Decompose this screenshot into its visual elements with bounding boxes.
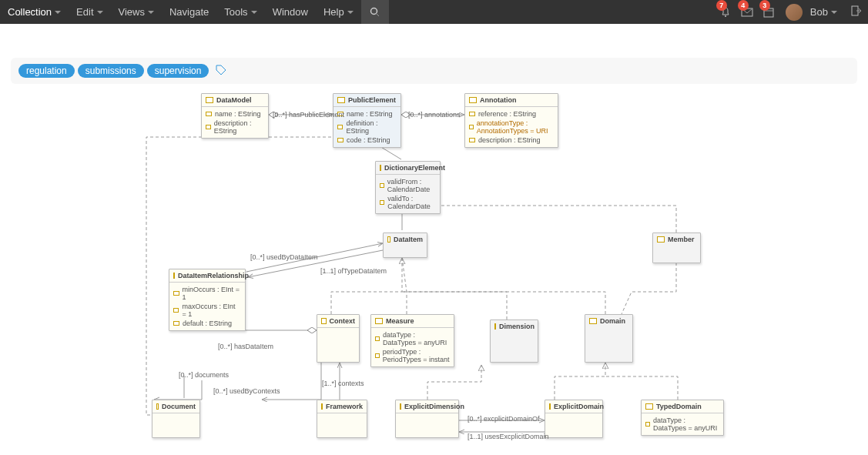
class-title: DictionaryElement <box>384 164 445 172</box>
class-icon <box>337 97 345 103</box>
attr: default : EString <box>183 320 232 327</box>
calendar-button[interactable]: 3 <box>758 0 779 24</box>
edge-usesExplicitDomain: [1..1] usesExcplicitDomain <box>468 433 549 440</box>
menu-edit[interactable]: Edit <box>69 0 110 24</box>
edge-contexts: [1..*] contexts <box>322 380 364 387</box>
class-Member[interactable]: Member <box>652 233 701 263</box>
chevron-down-icon <box>347 11 354 14</box>
attr: minOccurs : EInt = 1 <box>183 286 241 301</box>
menu-collection[interactable]: Collection <box>0 0 69 24</box>
class-Dimension[interactable]: Dimension <box>490 320 538 363</box>
class-Context[interactable]: Context <box>317 314 360 363</box>
tag-submissions[interactable]: submissions <box>78 64 144 78</box>
attr: periodType : PeriodTypes = instant <box>383 348 450 363</box>
chevron-down-icon <box>831 11 837 14</box>
attr: maxOccurs : EInt = 1 <box>182 303 241 318</box>
attr: code : EString <box>347 136 390 144</box>
class-icon <box>321 403 323 410</box>
class-icon <box>494 323 496 330</box>
attr: description : EString <box>478 136 541 144</box>
class-DataItem[interactable]: DataItem <box>383 233 427 258</box>
logout-icon <box>850 5 862 17</box>
attr: reference : EString <box>478 110 536 118</box>
search-button[interactable] <box>361 0 389 24</box>
diagram-canvas[interactable]: DataModel name : EString description : E… <box>0 84 868 455</box>
class-ExplicitDimension[interactable]: ExplicitDimension <box>395 400 459 438</box>
class-icon <box>657 236 665 243</box>
class-DictionaryElement[interactable]: DictionaryElement validFrom : CalendarDa… <box>375 161 441 214</box>
add-tag-button[interactable] <box>216 65 226 78</box>
class-title: Annotation <box>480 96 517 104</box>
class-Measure[interactable]: Measure dataType : DataTypes = anyURI pe… <box>370 314 454 367</box>
edge-hasPublicElement: [0..*] hasPublicElement <box>273 111 344 119</box>
class-title: Document <box>162 403 196 410</box>
class-title: DataModel <box>216 96 252 104</box>
edge-annotations: [0..*] annotations <box>408 111 461 119</box>
class-title: DataItemRelationship <box>178 272 249 279</box>
attr: dataType : DataTypes = anyURI <box>653 417 719 432</box>
class-DataItemRelationship[interactable]: DataItemRelationship minOccurs : EInt = … <box>169 269 246 331</box>
class-icon <box>375 318 383 324</box>
class-icon <box>387 236 390 243</box>
svg-point-0 <box>370 8 377 14</box>
class-TypedDomain[interactable]: TypedDomain dataType : DataTypes = anyUR… <box>641 400 724 436</box>
attr: name : EString <box>215 110 261 118</box>
class-title: Framework <box>326 403 363 410</box>
edge-hasDataItem: [0..*] hasDataItem <box>218 343 273 350</box>
class-title: ExplicitDomain <box>554 403 604 410</box>
messages-button[interactable]: 4 <box>736 0 758 24</box>
class-icon <box>400 403 401 410</box>
class-title: PublicElement <box>348 96 396 104</box>
class-DataModel[interactable]: DataModel name : EString description : E… <box>201 93 269 139</box>
class-Annotation[interactable]: Annotation reference : EString annotatio… <box>464 93 558 148</box>
class-title: ExplicitDimension <box>404 403 464 410</box>
menu-tools[interactable]: Tools <box>216 0 264 24</box>
class-icon <box>645 403 653 410</box>
edge-usedByDataItem: [0..*] usedByDataItem <box>250 253 318 261</box>
attr: validFrom : CalendarDate <box>387 178 436 193</box>
class-title: Measure <box>386 317 414 325</box>
top-menu-bar: Collection Edit Views Navigate Tools Win… <box>0 0 868 24</box>
class-title: Dimension <box>499 323 535 330</box>
class-Domain[interactable]: Domain <box>585 314 633 363</box>
mail-badge: 4 <box>738 0 749 11</box>
class-icon <box>469 97 477 103</box>
class-icon <box>206 97 213 103</box>
menu-navigate[interactable]: Navigate <box>162 0 216 24</box>
class-icon <box>380 165 381 171</box>
class-icon <box>173 273 175 279</box>
class-Framework[interactable]: Framework <box>317 400 367 438</box>
tag-regulation[interactable]: regulation <box>18 64 75 78</box>
svg-point-2 <box>725 15 726 17</box>
class-PublicElement[interactable]: PublicElement name : EString definition … <box>333 93 401 148</box>
class-icon <box>321 318 327 324</box>
class-Document[interactable]: Document <box>152 400 200 438</box>
edge-usedByContexts: [0..*] usedByContexts <box>213 387 280 395</box>
avatar <box>786 4 803 21</box>
user-name: Bob <box>810 6 828 18</box>
chevron-down-icon <box>251 11 257 14</box>
class-title: TypedDomain <box>656 403 702 410</box>
tags-bar: regulation submissions supervision <box>11 58 857 84</box>
class-icon <box>589 318 597 324</box>
menu-window[interactable]: Window <box>265 0 316 24</box>
menu-views[interactable]: Views <box>111 0 162 24</box>
user-menu[interactable]: Bob <box>779 4 843 21</box>
logout-button[interactable] <box>850 5 862 19</box>
chevron-down-icon <box>97 11 103 14</box>
edge-ofTypeDataItem: [1..1] ofTypeDataItem <box>320 267 387 275</box>
attr: annotationType : AnnotationTypes = URI <box>477 119 554 135</box>
attr: validTo : CalendarDate <box>387 195 436 210</box>
class-ExplicitDomain[interactable]: ExplicitDomain <box>545 400 603 438</box>
class-title: Member <box>668 236 695 243</box>
class-title: Domain <box>600 317 625 325</box>
class-icon <box>549 403 551 410</box>
chevron-down-icon <box>148 11 154 14</box>
class-title: DataItem <box>394 236 423 243</box>
attr: definition : EString <box>346 119 397 135</box>
attr: dataType : DataTypes = anyURI <box>383 331 450 346</box>
notifications-button[interactable]: 7 <box>715 0 736 24</box>
menu-help[interactable]: Help <box>316 0 361 24</box>
notif-badge: 7 <box>716 0 727 11</box>
tag-supervision[interactable]: supervision <box>147 64 209 78</box>
